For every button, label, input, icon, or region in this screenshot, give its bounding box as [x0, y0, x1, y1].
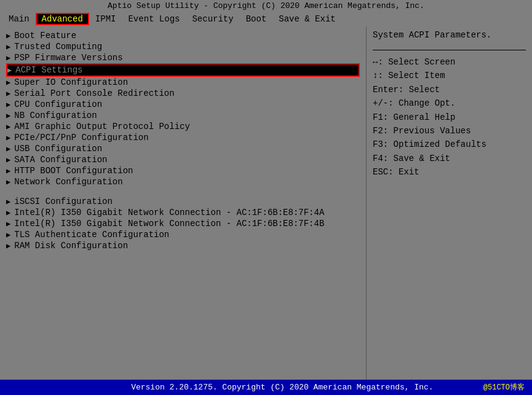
key-label: F1: General Help: [373, 112, 455, 122]
arrow-icon: ▶: [6, 42, 10, 52]
menu-entry[interactable]: ▶TLS Authenticate Configuration: [6, 229, 360, 240]
menu-item-security[interactable]: Security: [186, 13, 239, 25]
key-help-item: Enter: Select: [373, 83, 526, 96]
arrow-icon: ▶: [6, 133, 10, 143]
menu-entry[interactable]: ▶Serial Port Console Redirection: [6, 88, 360, 99]
title-text: Aptio Setup Utility - Copyright (C) 2020…: [108, 1, 424, 10]
menu-entry[interactable]: ▶AMI Graphic Output Protocol Policy: [6, 121, 360, 132]
menu-entry[interactable]: ▶Intel(R) I350 Gigabit Network Connectio…: [6, 207, 360, 218]
arrow-icon: ▶: [6, 53, 10, 63]
arrow-icon: ▶: [6, 241, 10, 251]
entry-label: PSP Firmware Versions: [14, 53, 122, 63]
entry-label: CPU Configuration: [14, 100, 102, 109]
entry-label: HTTP BOOT Configuration: [14, 166, 133, 176]
entry-label: Serial Port Console Redirection: [14, 88, 174, 98]
entry-label: TLS Authenticate Configuration: [14, 230, 169, 240]
menu-item-ipmi[interactable]: IPMI: [89, 13, 122, 25]
menu-entry[interactable]: ▶NB Configuration: [6, 110, 360, 121]
key-help-item: F2: Previous Values: [373, 124, 526, 138]
entry-label: AMI Graphic Output Protocol Policy: [14, 122, 190, 131]
menu-entry[interactable]: ▶SATA Configuration: [6, 154, 360, 165]
key-label: F4: Save & Exit: [373, 154, 450, 163]
menu-item-event-logs[interactable]: Event Logs: [122, 13, 186, 25]
menu-entry[interactable]: ▶Network Configuration: [6, 176, 360, 187]
menu-entry[interactable]: ▶Boot Feature: [6, 30, 360, 41]
menu-entry[interactable]: ▶USB Configuration: [6, 143, 360, 154]
arrow-icon: ▶: [6, 178, 10, 187]
key-help: ↔: Select Screen↕: Select ItemEnter: Sel…: [373, 55, 526, 179]
menu-entry[interactable]: ▶RAM Disk Configuration: [6, 240, 360, 251]
section2: ▶iSCSI Configuration▶Intel(R) I350 Gigab…: [6, 196, 360, 251]
help-text: System ACPI Parameters.: [373, 30, 526, 40]
entry-label: RAM Disk Configuration: [14, 241, 128, 251]
entry-label: iSCSI Configuration: [14, 197, 113, 206]
footer-watermark: @51CTO博客: [483, 382, 525, 393]
menu-bar: MainAdvancedIPMIEvent LogsSecurityBootSa…: [0, 12, 532, 26]
arrow-icon: ▶: [6, 100, 10, 109]
menu-item-boot[interactable]: Boot: [240, 13, 273, 25]
arrow-icon: ▶: [6, 219, 10, 229]
key-help-item: F1: General Help: [373, 111, 526, 124]
divider: [373, 50, 526, 50]
arrow-icon: ▶: [6, 208, 10, 217]
entry-label: ACPI Settings: [15, 65, 82, 75]
arrow-icon: ▶: [6, 144, 10, 154]
key-help-item: F3: Optimized Defaults: [373, 138, 526, 151]
menu-entry[interactable]: ▶Intel(R) I350 Gigabit Network Connectio…: [6, 218, 360, 229]
menu-item-main[interactable]: Main: [2, 13, 36, 25]
entry-label: Intel(R) I350 Gigabit Network Connection…: [14, 208, 324, 217]
menu-item-save-&-exit[interactable]: Save & Exit: [272, 13, 341, 25]
menu-entry[interactable]: ▶iSCSI Configuration: [6, 196, 360, 207]
arrow-icon: ▶: [6, 155, 10, 165]
section1: ▶Boot Feature▶Trusted Computing▶PSP Firm…: [6, 30, 360, 187]
bios-screen: Aptio Setup Utility - Copyright (C) 2020…: [0, 0, 532, 395]
entry-label: Network Configuration: [14, 177, 122, 187]
key-label: Enter: Select: [373, 85, 440, 95]
menu-entry[interactable]: ▶PSP Firmware Versions: [6, 52, 360, 63]
arrow-icon: ▶: [7, 66, 12, 75]
entry-label: SATA Configuration: [14, 155, 107, 165]
entry-label: USB Configuration: [14, 144, 102, 154]
arrow-icon: ▶: [6, 89, 10, 98]
arrow-icon: ▶: [6, 78, 10, 87]
key-label: ↕: Select Item: [373, 71, 445, 80]
entry-label: Intel(R) I350 Gigabit Network Connection…: [14, 219, 324, 229]
arrow-icon: ▶: [6, 166, 10, 176]
key-label: ↔: Select Screen: [373, 57, 455, 67]
arrow-icon: ▶: [6, 111, 10, 120]
key-label: ESC: Exit: [373, 167, 419, 177]
key-help-item: ↕: Select Item: [373, 69, 526, 82]
entry-label: Trusted Computing: [14, 42, 102, 52]
footer: Version 2.20.1275. Copyright (C) 2020 Am…: [0, 380, 532, 395]
menu-entry[interactable]: ▶ACPI Settings: [7, 65, 359, 76]
key-help-item: ↔: Select Screen: [373, 55, 526, 69]
left-panel: ▶Boot Feature▶Trusted Computing▶PSP Firm…: [0, 26, 366, 380]
menu-entry[interactable]: ▶Super IO Configuration: [6, 77, 360, 88]
menu-entry[interactable]: ▶HTTP BOOT Configuration: [6, 165, 360, 176]
entry-label: PCIe/PCI/PnP Configuration: [14, 133, 148, 143]
footer-text: Version 2.20.1275. Copyright (C) 2020 Am…: [81, 383, 483, 392]
arrow-icon: ▶: [6, 197, 10, 206]
key-help-item: +/-: Change Opt.: [373, 96, 526, 110]
main-content: ▶Boot Feature▶Trusted Computing▶PSP Firm…: [0, 26, 532, 380]
entry-label: NB Configuration: [14, 111, 97, 120]
menu-entry[interactable]: ▶Trusted Computing: [6, 41, 360, 52]
arrow-icon: ▶: [6, 122, 10, 131]
arrow-icon: ▶: [6, 31, 10, 41]
menu-item-advanced[interactable]: Advanced: [36, 13, 89, 25]
key-label: F3: Optimized Defaults: [373, 139, 486, 149]
arrow-icon: ▶: [6, 230, 10, 240]
right-panel: System ACPI Parameters. ↔: Select Screen…: [366, 26, 532, 380]
menu-entry[interactable]: ▶CPU Configuration: [6, 99, 360, 110]
menu-entry[interactable]: ▶PCIe/PCI/PnP Configuration: [6, 132, 360, 143]
key-help-item: ESC: Exit: [373, 165, 526, 179]
key-label: F2: Previous Values: [373, 126, 471, 136]
entry-label: Super IO Configuration: [14, 77, 128, 87]
entry-label: Boot Feature: [14, 31, 76, 41]
key-label: +/-: Change Opt.: [373, 98, 455, 108]
key-help-item: F4: Save & Exit: [373, 152, 526, 165]
title-bar: Aptio Setup Utility - Copyright (C) 2020…: [0, 0, 532, 12]
